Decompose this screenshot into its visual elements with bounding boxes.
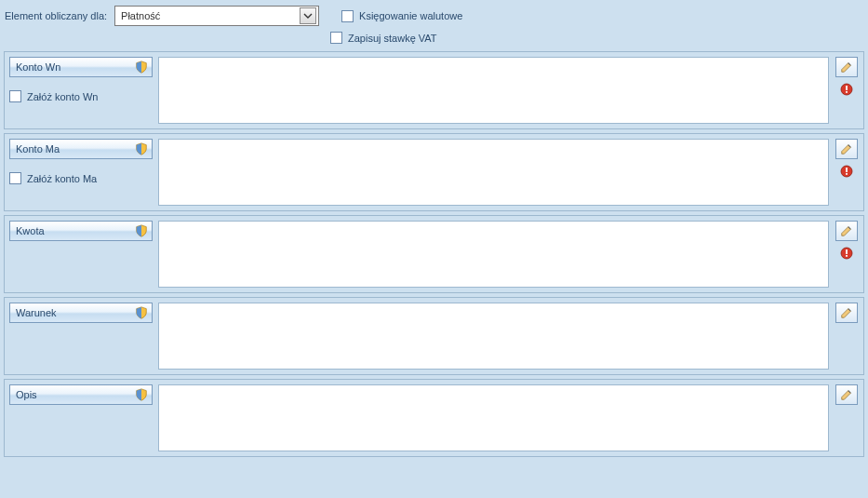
create-konto-wn-label: Załóż konto Wn	[27, 91, 98, 102]
pencil-icon	[840, 388, 853, 401]
element-calc-select[interactable]: Płatność	[114, 6, 319, 26]
konto-ma-button[interactable]: Konto Ma	[9, 139, 153, 159]
currency-posting-label: Księgowanie walutowe	[359, 10, 462, 21]
kwota-button[interactable]: Kwota	[9, 221, 153, 241]
panel-konto-wn: Konto Wn Załóż konto Wn	[4, 51, 864, 129]
panel-opis: Opis	[4, 379, 864, 457]
kwota-label: Kwota	[16, 225, 45, 236]
konto-ma-label: Konto Ma	[16, 143, 60, 155]
shield-icon	[135, 388, 148, 401]
pencil-icon	[840, 142, 853, 155]
checkbox-icon	[330, 32, 342, 44]
create-konto-wn-checkbox[interactable]: Załóż konto Wn	[9, 90, 153, 102]
chevron-down-icon	[300, 7, 316, 24]
warunek-input[interactable]	[158, 303, 829, 370]
element-calc-label: Element obliczany dla:	[5, 10, 107, 21]
create-konto-ma-label: Załóż konto Ma	[27, 173, 97, 184]
shield-icon	[135, 142, 148, 155]
error-icon	[840, 165, 853, 178]
warunek-button[interactable]: Warunek	[9, 303, 153, 323]
panel-kwota: Kwota	[4, 215, 864, 293]
shield-icon	[135, 306, 148, 319]
warunek-edit-button[interactable]	[835, 303, 858, 323]
konto-ma-input[interactable]	[158, 139, 829, 206]
shield-icon	[135, 61, 148, 74]
shield-icon	[135, 224, 148, 237]
element-calc-select-value: Płatność	[121, 10, 160, 21]
warunek-label: Warunek	[16, 307, 57, 318]
konto-ma-edit-button[interactable]	[835, 139, 858, 159]
pencil-icon	[840, 306, 853, 319]
panel-warunek: Warunek	[4, 297, 864, 375]
pencil-icon	[840, 224, 853, 237]
save-vat-rate-label: Zapisuj stawkę VAT	[348, 33, 437, 44]
konto-wn-label: Konto Wn	[16, 61, 60, 73]
error-icon	[840, 247, 853, 260]
opis-label: Opis	[16, 389, 37, 400]
kwota-input[interactable]	[158, 221, 829, 288]
currency-posting-checkbox[interactable]: Księgowanie walutowe	[341, 10, 462, 22]
konto-wn-edit-button[interactable]	[835, 57, 858, 77]
save-vat-rate-checkbox[interactable]: Zapisuj stawkę VAT	[330, 32, 437, 44]
kwota-edit-button[interactable]	[835, 221, 858, 241]
checkbox-icon	[341, 10, 354, 22]
konto-wn-button[interactable]: Konto Wn	[9, 57, 153, 77]
opis-input[interactable]	[158, 384, 829, 451]
opis-button[interactable]: Opis	[9, 384, 153, 405]
konto-wn-input[interactable]	[158, 57, 829, 124]
panel-konto-ma: Konto Ma Załóż konto Ma	[4, 133, 864, 211]
checkbox-icon	[9, 172, 21, 184]
pencil-icon	[840, 61, 853, 74]
checkbox-icon	[9, 90, 21, 102]
opis-edit-button[interactable]	[835, 384, 858, 405]
error-icon	[840, 83, 853, 96]
create-konto-ma-checkbox[interactable]: Załóż konto Ma	[9, 172, 153, 184]
